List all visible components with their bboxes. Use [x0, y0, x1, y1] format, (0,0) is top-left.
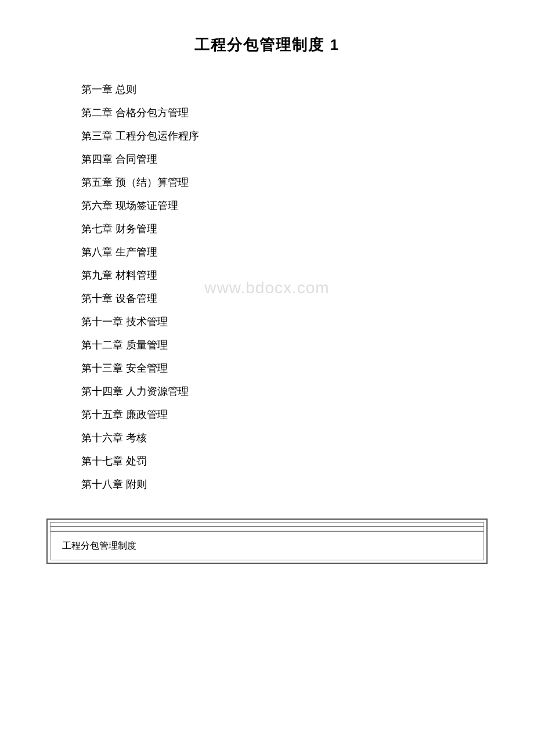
toc-item-14: 第十四章 人力资源管理 — [81, 386, 488, 397]
toc-item-13: 第十三章 安全管理 — [81, 363, 488, 373]
toc-item-1: 第一章 总则 — [81, 84, 488, 95]
document-page: 工程分包管理制度 1 第一章 总则第二章 合格分包方管理第三章 工程分包运作程序… — [0, 0, 534, 756]
toc-item-6: 第六章 现场签证管理 — [81, 200, 488, 211]
footer-stripe-top — [50, 523, 484, 527]
footer-box: 工程分包管理制度 — [46, 519, 488, 564]
toc-item-10: 第十章 设备管理 — [81, 293, 488, 304]
document-title: 工程分包管理制度 1 — [46, 35, 488, 55]
toc-item-5: 第五章 预（结）算管理 — [81, 177, 488, 188]
toc-item-3: 第三章 工程分包运作程序 — [81, 131, 488, 141]
toc-item-15: 第十五章 廉政管理 — [81, 409, 488, 420]
toc-item-11: 第十一章 技术管理 — [81, 316, 488, 327]
toc-item-12: 第十二章 质量管理 — [81, 340, 488, 350]
footer-stripe-middle — [50, 527, 484, 532]
toc-item-7: 第七章 财务管理 — [81, 224, 488, 234]
toc-item-9: 第九章 材料管理 — [81, 270, 488, 280]
footer-label: 工程分包管理制度 — [62, 540, 136, 552]
toc-item-8: 第八章 生产管理 — [81, 247, 488, 257]
toc-item-16: 第十六章 考核 — [81, 433, 488, 443]
toc-item-2: 第二章 合格分包方管理 — [81, 107, 488, 118]
footer-inner: 工程分包管理制度 — [50, 522, 484, 560]
toc-item-18: 第十八章 附则 — [81, 479, 488, 489]
toc-item-4: 第四章 合同管理 — [81, 154, 488, 164]
table-of-contents: 第一章 总则第二章 合格分包方管理第三章 工程分包运作程序第四章 合同管理第五章… — [81, 84, 488, 489]
footer-content: 工程分包管理制度 — [50, 532, 484, 560]
toc-item-17: 第十七章 处罚 — [81, 456, 488, 466]
